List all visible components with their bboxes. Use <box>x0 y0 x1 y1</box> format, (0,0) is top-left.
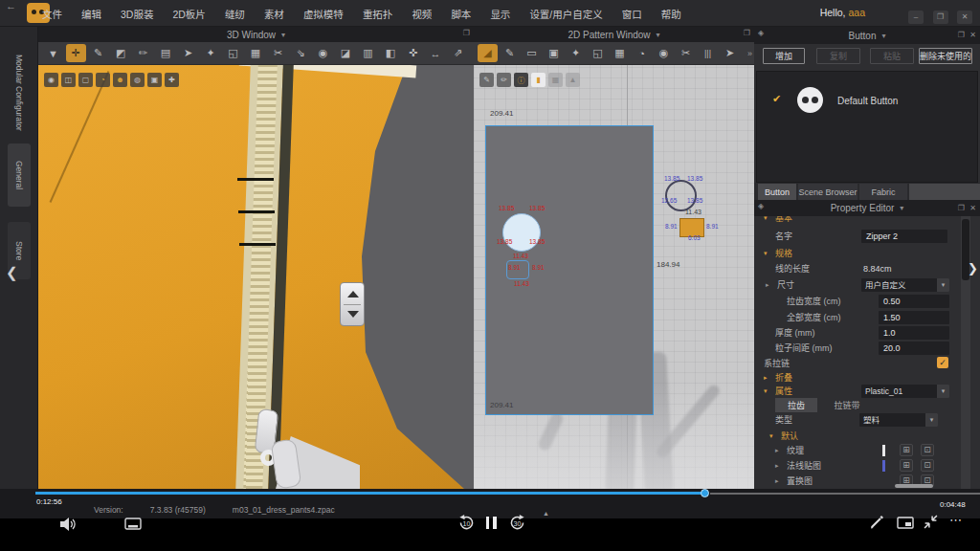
menu-video[interactable]: 视频 <box>410 7 434 21</box>
buttonhole-circle[interactable] <box>502 213 541 252</box>
pen-tool-icon[interactable]: ✎ <box>88 44 108 62</box>
move-axis-tool-icon[interactable]: ↔ <box>426 44 446 62</box>
minimize-button[interactable]: – <box>908 11 924 24</box>
menu-material[interactable]: 素材 <box>262 7 286 21</box>
zipper-slider-widget[interactable] <box>340 282 365 326</box>
name-input[interactable]: Zipper 2 <box>861 230 947 243</box>
quality-caret-icon[interactable]: ▲ <box>543 510 549 517</box>
texture-pattern-button[interactable]: ⊞ <box>900 444 913 456</box>
row-arrow-icon[interactable]: ▸ <box>775 459 779 473</box>
gizmo-tool-icon[interactable]: ◉ <box>313 44 333 62</box>
paste-button[interactable]: 粘贴 <box>870 48 914 64</box>
section-tool-icon[interactable]: ▥ <box>358 44 378 62</box>
menu-script[interactable]: 脚本 <box>449 7 473 21</box>
polygon-tool-icon[interactable]: ✦ <box>566 44 586 62</box>
pattern-fill-mini-icon[interactable]: ▮ <box>531 73 546 87</box>
display-skin-icon[interactable]: ☻ <box>113 73 127 87</box>
edit-pattern-tool-icon[interactable]: ◩ <box>111 44 131 62</box>
menu-window[interactable]: 窗口 <box>620 7 644 21</box>
back-arrow-icon[interactable]: ← <box>6 0 16 11</box>
total-width-input[interactable]: 1.50 <box>879 311 949 324</box>
teeth-width-input[interactable]: 0.50 <box>879 295 949 308</box>
normal-clear-button[interactable]: ⊡ <box>921 459 934 472</box>
exit-fullscreen-icon[interactable] <box>924 515 938 529</box>
move-tool-icon[interactable]: ✛ <box>66 44 86 62</box>
pen-mini-icon[interactable]: ✎ <box>479 73 494 87</box>
select-tool-icon[interactable]: ➤ <box>178 44 198 62</box>
seekbar-handle[interactable] <box>701 489 709 497</box>
pleat-tool-icon[interactable]: ||| <box>698 44 718 62</box>
close-button[interactable]: ✕ <box>957 11 972 24</box>
mannequin-tool-icon[interactable]: ◪ <box>336 44 356 62</box>
size-dropdown[interactable]: 用户自定义 ▾ <box>861 278 949 292</box>
display-pattern-icon[interactable]: ▢ <box>78 73 93 87</box>
prop-caret-icon[interactable]: ▾ <box>900 204 903 212</box>
sidebar-tab-general[interactable]: General <box>8 143 31 207</box>
2d-window-expand-icon[interactable]: ❐ <box>744 29 750 37</box>
dropdown-caret-icon[interactable]: ▾ <box>925 413 938 427</box>
section-basic[interactable]: 基本 <box>775 216 792 225</box>
grid-tool-icon[interactable]: ▦ <box>246 44 266 62</box>
section-arrow-icon[interactable]: ▾ <box>764 247 768 260</box>
prev-chevron-icon[interactable]: ❮ <box>6 264 18 281</box>
lock-grid-mini-icon[interactable]: ▦ <box>548 73 563 87</box>
rewind-10-icon[interactable]: 10 <box>457 514 476 532</box>
menu-edit[interactable]: 编辑 <box>79 7 103 21</box>
arrange-2d-tool-icon[interactable]: ◱ <box>588 44 608 62</box>
row-arrow-icon[interactable]: ▸ <box>775 474 779 488</box>
menu-2d-pattern[interactable]: 2D板片 <box>170 7 207 21</box>
menu-help[interactable]: 帮助 <box>659 7 683 21</box>
dropdown-caret-icon[interactable]: ▾ <box>937 385 949 398</box>
pin-tool-icon[interactable]: ⇘ <box>291 44 311 62</box>
display-map-icon[interactable]: ▣ <box>147 73 162 87</box>
button-reference-circle[interactable] <box>665 180 697 211</box>
seekbar-progress[interactable] <box>35 492 705 496</box>
section-fold[interactable]: 折叠 <box>775 371 792 385</box>
display-avatar-icon[interactable]: ◉ <box>44 73 58 87</box>
vertical-scrollbar[interactable] <box>961 216 970 489</box>
menu-3d-garment[interactable]: 3D服装 <box>119 7 155 21</box>
tab-zipper-tape[interactable]: 拉链带 <box>821 398 873 412</box>
dropdown-caret-icon[interactable]: ▾ <box>937 278 949 292</box>
menu-sewing[interactable]: 缝纫 <box>223 7 247 21</box>
horizontal-scrollbar-thumb[interactable] <box>895 484 933 488</box>
more-options-icon[interactable]: ⋯ <box>949 513 962 527</box>
fit-tool-icon[interactable]: ◧ <box>381 44 401 62</box>
seekbar[interactable] <box>0 491 980 496</box>
seekbar-remaining[interactable] <box>710 493 980 495</box>
grid-2d-tool-icon[interactable]: ▦ <box>610 44 630 62</box>
display-garment-icon[interactable]: ◫ <box>61 73 76 87</box>
section-default[interactable]: 默认 <box>781 430 798 443</box>
buttonhole-tool-icon[interactable]: ◉ <box>654 44 674 62</box>
forward-30-icon[interactable]: 30 <box>508 514 526 532</box>
menu-avatar[interactable]: 虚拟模特 <box>301 7 345 21</box>
edit-pattern-2d-icon[interactable]: ✎ <box>500 44 520 62</box>
type-dropdown[interactable]: 塑料 ▾ <box>859 413 938 427</box>
display-add-icon[interactable]: ✚ <box>165 73 179 87</box>
tab-zipper-teeth[interactable]: 拉齿 <box>775 398 817 412</box>
pause-button-icon[interactable] <box>484 516 498 529</box>
tab-fabric[interactable]: Fabric <box>859 184 907 200</box>
row-arrow-icon[interactable]: ▸ <box>775 444 779 457</box>
layer-up-mini-icon[interactable]: ▲ <box>566 73 580 87</box>
display-mode-icon[interactable] <box>124 518 142 531</box>
curve-tool-icon[interactable]: ◔ <box>632 44 652 62</box>
copy-button[interactable]: 复制 <box>816 48 860 64</box>
section-arrow-icon[interactable]: ▾ <box>764 385 768 398</box>
zipper-down-arrow-icon[interactable] <box>347 311 359 318</box>
menu-retopology[interactable]: 重拓扑 <box>361 7 395 21</box>
more-tools-icon[interactable]: ➤ <box>720 44 740 62</box>
menu-display[interactable]: 显示 <box>488 7 512 21</box>
thickness-input[interactable]: 1.0 <box>879 326 949 340</box>
button-panel-close-icon[interactable]: ✕ <box>969 31 976 39</box>
section-spec[interactable]: 规格 <box>775 247 792 260</box>
display-texture-icon[interactable]: ◔ <box>96 73 110 87</box>
panel-pin-icon[interactable]: ◈ <box>758 29 764 37</box>
3d-window-caret-icon[interactable]: ▾ <box>281 31 285 39</box>
toolbar-overflow-icon[interactable]: » <box>747 49 752 58</box>
button-list-item[interactable]: ✔ Default Button <box>757 79 979 121</box>
rectangle-tool-icon[interactable]: ▭ <box>522 44 542 62</box>
measure-tool-icon[interactable]: ✜ <box>403 44 423 62</box>
volume-icon[interactable] <box>59 517 78 532</box>
3d-window-expand-icon[interactable]: ❐ <box>463 29 470 37</box>
